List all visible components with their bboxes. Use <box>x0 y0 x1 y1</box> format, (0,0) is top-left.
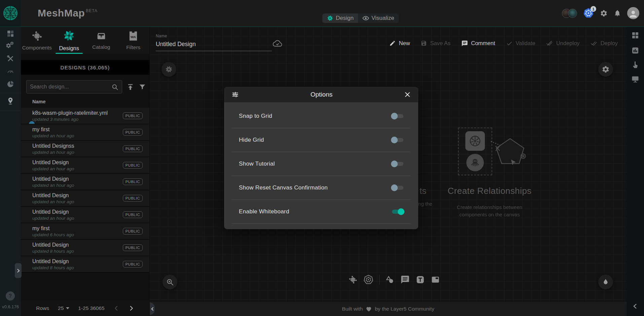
design-name: Untitled Design <box>32 258 74 265</box>
close-icon[interactable] <box>404 91 411 98</box>
image-tool-button[interactable] <box>431 275 440 284</box>
design-name: Untitled Design <box>32 192 74 199</box>
save-as-button[interactable]: Save As <box>421 40 451 47</box>
option-row-snap-to-grid: Snap to Grid <box>232 104 410 128</box>
notifications-button[interactable] <box>614 9 621 17</box>
panel-expand-toggle[interactable] <box>15 263 22 278</box>
design-list-item[interactable]: my first updated an hour ago PUBLIC <box>21 124 149 141</box>
design-updated: updated an hour ago <box>32 166 74 171</box>
design-list-item[interactable]: Untitled Design updated an hour ago PUBL… <box>21 190 149 207</box>
widgets-grid-button[interactable] <box>631 31 639 39</box>
dashboard-icon <box>6 30 14 38</box>
design-name: my first <box>32 225 74 232</box>
hide-grid-toggle[interactable] <box>391 137 404 143</box>
hand-pointer-button[interactable] <box>631 61 639 69</box>
comment-button[interactable]: Comment <box>461 40 495 47</box>
components-tool-button[interactable] <box>348 275 358 284</box>
search-row <box>26 80 146 94</box>
next-page-button[interactable] <box>128 305 134 311</box>
search-input[interactable] <box>30 84 111 90</box>
comment-bubble-icon <box>461 40 468 47</box>
collaborator-avatars[interactable] <box>562 9 577 18</box>
undeploy-button[interactable]: Undeploy <box>546 40 580 47</box>
ink-drop-icon <box>602 278 609 286</box>
nav-lifecycle[interactable] <box>6 42 14 50</box>
design-list-item[interactable]: Untitled Design updated 8 hours ago PUBL… <box>21 256 149 273</box>
nav-configuration[interactable] <box>6 55 14 63</box>
deploy-button[interactable]: Deploy <box>591 40 618 47</box>
footer-suffix: by the Layer5 Community <box>375 306 434 312</box>
ink-drop-button[interactable] <box>598 275 613 289</box>
design-list-item[interactable]: Untitled Design updated an hour ago PUBL… <box>21 207 149 223</box>
zoom-button[interactable] <box>163 275 177 289</box>
filter-funnel-button[interactable] <box>139 83 146 91</box>
save-as-button-label: Save As <box>430 40 451 46</box>
canvas-spiral-button[interactable] <box>162 62 176 77</box>
design-name-field[interactable]: Name Untitled Design <box>156 34 272 51</box>
rail-divider <box>0 110 21 111</box>
cloud-saved-icon <box>273 39 282 48</box>
kubernetes-tool-button[interactable] <box>363 275 373 285</box>
design-list-item[interactable]: Untitled Design updated an hour ago PUBL… <box>21 174 149 190</box>
snap-to-grid-toggle[interactable] <box>391 113 404 119</box>
text-tool-button[interactable] <box>416 275 425 284</box>
rows-per-page-select[interactable]: 25 <box>58 305 69 311</box>
design-list-item[interactable]: Untitled Design updated an hour ago PUBL… <box>21 157 149 174</box>
panel-tab-filters[interactable]: WA Filters <box>117 27 150 54</box>
svg-text:WA: WA <box>131 35 136 38</box>
panel-tab-designs[interactable]: Designs <box>53 27 85 54</box>
comment-tool-button[interactable] <box>400 275 410 284</box>
validate-button[interactable]: Validate <box>506 40 535 47</box>
previous-page-button[interactable] <box>113 305 119 311</box>
right-dock-rail <box>627 27 644 316</box>
show-tutorial-toggle[interactable] <box>391 161 404 167</box>
nav-meshmap[interactable] <box>6 97 14 105</box>
user-avatar-button[interactable] <box>627 7 639 19</box>
panel-tab-catalog[interactable]: Catalog <box>85 27 117 54</box>
partially-hidden-card-text: ts <box>420 186 426 196</box>
bar-chart-button[interactable] <box>631 46 639 55</box>
visibility-badge: PUBLIC <box>123 228 143 235</box>
empty-state-line2: components on the canvas <box>446 211 533 218</box>
design-name-value[interactable]: Untitled Design <box>156 41 272 51</box>
new-button[interactable]: New <box>389 40 410 47</box>
empty-state-title: Create Relationships <box>446 186 533 196</box>
nav-dashboard[interactable] <box>6 30 14 38</box>
canvas-settings-button[interactable] <box>598 62 613 77</box>
import-design-button[interactable] <box>127 83 134 91</box>
panel-tab-components[interactable]: Components <box>21 27 53 54</box>
tab-visualize[interactable]: Visualize <box>358 13 399 23</box>
shapes-tool-button[interactable] <box>385 275 395 284</box>
nav-performance[interactable] <box>6 67 14 75</box>
comment-button-label: Comment <box>471 40 495 46</box>
layer5-logo-button[interactable] <box>0 0 21 26</box>
show-reset-canvas-confirmation-toggle[interactable] <box>391 184 404 191</box>
design-list-item[interactable]: Untitled Design updated 8 hours ago PUBL… <box>21 240 149 256</box>
tab-design[interactable]: Design <box>322 13 358 23</box>
options-modal-body: Snap to Grid Hide Grid Show Tutorial Sho… <box>224 102 418 229</box>
design-list-item[interactable]: Untitled Designss updated an hour ago PU… <box>21 141 149 157</box>
option-label: Show Tutorial <box>239 161 275 167</box>
illustration-operator-node <box>466 154 484 171</box>
design-list-item[interactable]: k8s-wasm-plugin-ratelimiter.yml updated … <box>21 108 149 124</box>
design-updated: updated an hour ago <box>32 216 74 221</box>
help-button[interactable]: ? <box>6 291 15 301</box>
monitor-button[interactable] <box>631 75 639 83</box>
design-list-item[interactable]: my first updated 6 hours ago PUBLIC <box>21 223 149 240</box>
enable-whiteboard-toggle[interactable] <box>391 208 404 215</box>
nav-extensions[interactable] <box>6 80 14 88</box>
options-modal: Options Snap to Grid Hide Grid Show Tuto… <box>224 87 418 229</box>
settings-button[interactable] <box>600 9 608 17</box>
option-row-show-tutorial: Show Tutorial <box>232 152 410 176</box>
design-updated: updated 6 hours ago <box>32 232 74 237</box>
tune-sliders-icon <box>231 91 239 98</box>
visibility-badge: PUBLIC <box>123 162 143 169</box>
dock-expand-button[interactable] <box>632 303 639 310</box>
toolbar-divider <box>379 275 380 285</box>
search-box[interactable] <box>26 80 122 94</box>
tab-visualize-label: Visualize <box>371 15 394 22</box>
search-icon[interactable] <box>111 83 118 91</box>
k8s-context-button[interactable]: 1 <box>583 8 594 19</box>
chevron-right-icon <box>16 269 21 273</box>
validate-button-label: Validate <box>516 40 535 46</box>
